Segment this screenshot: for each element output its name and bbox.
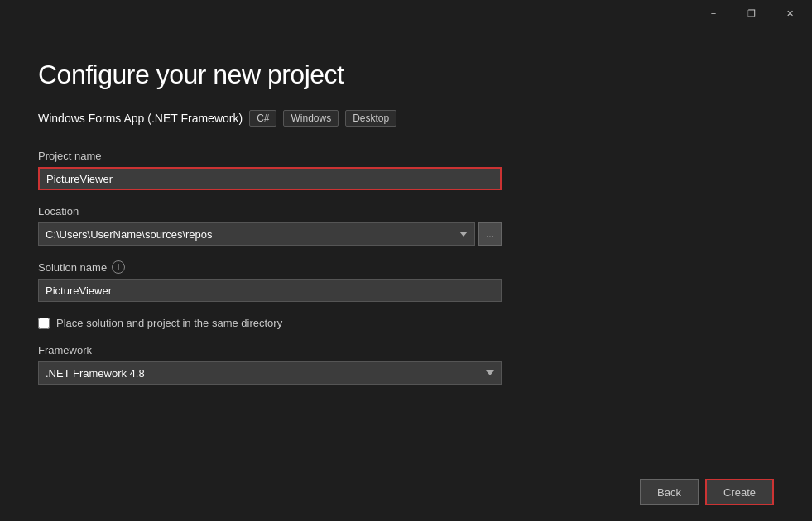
project-type-row: Windows Forms App (.NET Framework) C# Wi… — [38, 110, 774, 127]
location-label: Location — [38, 205, 774, 217]
framework-label: Framework — [38, 344, 774, 356]
title-bar: − ❐ ✕ — [694, 0, 812, 26]
create-button[interactable]: Create — [705, 479, 774, 505]
badge-csharp: C# — [249, 110, 276, 127]
framework-select[interactable]: .NET Framework 4.8 — [38, 361, 502, 385]
same-directory-label[interactable]: Place solution and project in the same d… — [56, 317, 282, 329]
project-name-group: Project name — [38, 150, 774, 190]
framework-group: Framework .NET Framework 4.8 — [38, 344, 774, 385]
page-title: Configure your new project — [38, 60, 774, 90]
badge-windows: Windows — [283, 110, 339, 127]
location-input[interactable] — [38, 222, 475, 246]
same-directory-row: Place solution and project in the same d… — [38, 317, 774, 329]
project-name-label: Project name — [38, 150, 774, 162]
project-name-input[interactable] — [38, 167, 502, 190]
solution-name-label: Solution name i — [38, 260, 774, 274]
badge-desktop: Desktop — [345, 110, 396, 127]
location-group: Location ... — [38, 205, 774, 246]
restore-button[interactable]: ❐ — [733, 0, 771, 26]
bottom-bar: Back Create — [0, 463, 812, 521]
solution-name-group: Solution name i — [38, 260, 774, 302]
same-directory-checkbox[interactable] — [38, 318, 50, 329]
minimize-button[interactable]: − — [694, 0, 733, 26]
close-button[interactable]: ✕ — [771, 0, 809, 26]
main-content: Configure your new project Windows Forms… — [0, 26, 812, 521]
location-row: ... — [38, 222, 774, 246]
solution-name-input[interactable] — [38, 279, 502, 302]
browse-button[interactable]: ... — [478, 222, 502, 246]
solution-name-info-icon[interactable]: i — [112, 260, 125, 274]
back-button[interactable]: Back — [640, 479, 699, 505]
project-type-label: Windows Forms App (.NET Framework) — [38, 112, 243, 125]
